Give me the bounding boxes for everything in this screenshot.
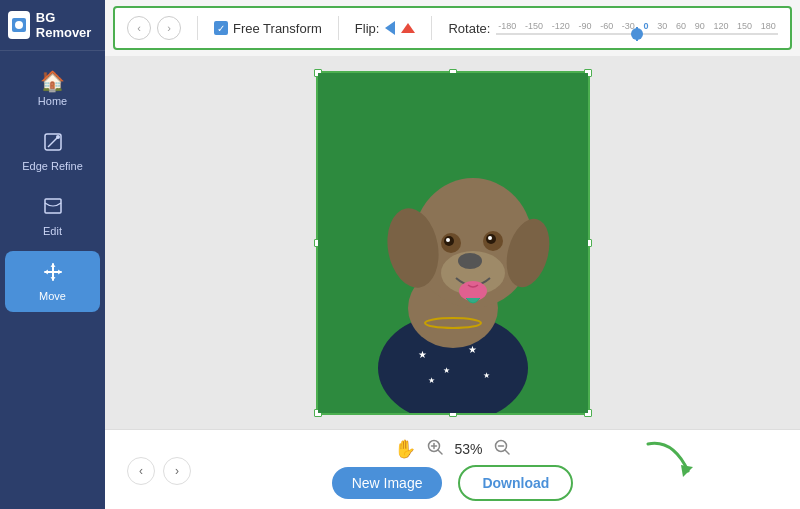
ruler-label-n150: -150 bbox=[525, 21, 543, 31]
ruler-label-150: 150 bbox=[737, 21, 752, 31]
sidebar-item-home[interactable]: 🏠 Home bbox=[5, 61, 100, 117]
ruler-label-n120: -120 bbox=[552, 21, 570, 31]
svg-line-27 bbox=[438, 450, 442, 454]
flip-section: Flip: bbox=[355, 21, 416, 36]
ruler-label-120: 120 bbox=[713, 21, 728, 31]
rotate-ruler[interactable]: -180 -150 -120 -90 -60 -30 0 30 60 90 12… bbox=[496, 16, 778, 40]
canvas-area[interactable]: ★ ★ ★ ★ ★ bbox=[105, 56, 800, 429]
svg-text:★: ★ bbox=[468, 344, 477, 355]
back-button[interactable]: ‹ bbox=[127, 16, 151, 40]
bottom-actions: New Image Download bbox=[332, 465, 574, 501]
home-label: Home bbox=[38, 95, 67, 107]
ruler-label-60: 60 bbox=[676, 21, 686, 31]
svg-point-25 bbox=[488, 236, 492, 240]
svg-marker-33 bbox=[681, 465, 693, 477]
svg-point-18 bbox=[458, 253, 482, 269]
edge-refine-icon bbox=[42, 131, 64, 156]
move-label: Move bbox=[39, 290, 66, 302]
image-canvas: ★ ★ ★ ★ ★ bbox=[318, 73, 588, 413]
svg-text:★: ★ bbox=[443, 366, 450, 375]
ruler-label-n90: -90 bbox=[578, 21, 591, 31]
ruler-track[interactable] bbox=[496, 33, 778, 35]
next-page-button[interactable]: › bbox=[163, 457, 191, 485]
hand-tool-icon[interactable]: ✋ bbox=[394, 438, 416, 460]
zoom-in-icon[interactable] bbox=[426, 438, 444, 460]
edge-refine-label: Edge Refine bbox=[22, 160, 83, 172]
svg-text:★: ★ bbox=[483, 371, 490, 380]
free-transform-label: Free Transform bbox=[233, 21, 322, 36]
sidebar: BG Remover 🏠 Home Edge Refine bbox=[0, 0, 105, 509]
rotate-section: Rotate: -180 -150 -120 -90 -60 -30 0 30 … bbox=[448, 16, 778, 40]
new-image-button[interactable]: New Image bbox=[332, 467, 443, 499]
sidebar-item-edit[interactable]: Edit bbox=[5, 186, 100, 247]
ruler-label-n60: -60 bbox=[600, 21, 613, 31]
svg-point-24 bbox=[446, 238, 450, 242]
toolbar-divider-2 bbox=[338, 16, 339, 40]
main-content: ‹ › ✓ Free Transform Flip: Rotate: -180 bbox=[105, 0, 800, 509]
download-button[interactable]: Download bbox=[458, 465, 573, 501]
prev-page-button[interactable]: ‹ bbox=[127, 457, 155, 485]
toolbar-divider-1 bbox=[197, 16, 198, 40]
bottom-bar: ✋ 53% ‹ bbox=[105, 429, 800, 509]
home-icon: 🏠 bbox=[40, 71, 65, 91]
app-name: BG Remover bbox=[36, 10, 97, 40]
svg-text:★: ★ bbox=[428, 376, 435, 385]
svg-point-3 bbox=[56, 135, 60, 139]
zoom-controls: ✋ 53% bbox=[394, 438, 510, 460]
ruler-label-30: 30 bbox=[657, 21, 667, 31]
ruler-label-n180: -180 bbox=[498, 21, 516, 31]
edit-icon bbox=[42, 196, 64, 221]
zoom-value: 53% bbox=[454, 441, 482, 457]
toolbar: ‹ › ✓ Free Transform Flip: Rotate: -180 bbox=[113, 6, 792, 50]
ruler-thumb[interactable] bbox=[631, 28, 643, 40]
toolbar-nav: ‹ › bbox=[127, 16, 181, 40]
green-arrow-icon bbox=[643, 439, 698, 483]
free-transform-checkbox[interactable]: ✓ Free Transform bbox=[214, 21, 322, 36]
edit-label: Edit bbox=[43, 225, 62, 237]
ruler-label-0: 0 bbox=[644, 21, 649, 31]
ruler-label-180: 180 bbox=[761, 21, 776, 31]
zoom-out-icon[interactable] bbox=[493, 438, 511, 460]
dog-image: ★ ★ ★ ★ ★ bbox=[318, 73, 588, 413]
sidebar-item-edge-refine[interactable]: Edge Refine bbox=[5, 121, 100, 182]
svg-point-1 bbox=[15, 21, 23, 29]
sidebar-nav: 🏠 Home Edge Refine Edit bbox=[0, 51, 105, 312]
svg-text:★: ★ bbox=[418, 349, 427, 360]
ruler-label-90: 90 bbox=[695, 21, 705, 31]
pagination-area: ‹ › bbox=[127, 457, 191, 485]
forward-button[interactable]: › bbox=[157, 16, 181, 40]
rotate-label: Rotate: bbox=[448, 21, 490, 36]
flip-label: Flip: bbox=[355, 21, 380, 36]
flip-horizontal-icon[interactable] bbox=[385, 21, 395, 35]
toolbar-divider-3 bbox=[431, 16, 432, 40]
image-container[interactable]: ★ ★ ★ ★ ★ bbox=[316, 71, 590, 415]
sidebar-logo: BG Remover bbox=[0, 0, 105, 51]
app-logo-icon bbox=[8, 11, 30, 39]
checkbox-icon: ✓ bbox=[214, 21, 228, 35]
flip-vertical-icon[interactable] bbox=[401, 23, 415, 33]
sidebar-item-move[interactable]: Move bbox=[5, 251, 100, 312]
svg-line-31 bbox=[505, 450, 509, 454]
move-icon bbox=[42, 261, 64, 286]
